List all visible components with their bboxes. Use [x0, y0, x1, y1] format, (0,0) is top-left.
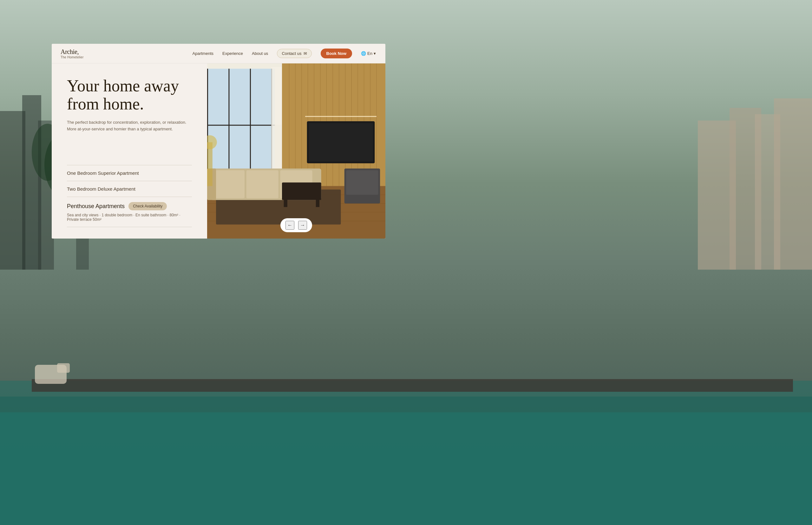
prev-arrow[interactable]: ←: [285, 221, 294, 230]
apt-item-penthouse[interactable]: Penthouse Apartments Check Availability …: [67, 197, 192, 227]
svg-rect-12: [0, 412, 812, 525]
svg-rect-55: [284, 198, 287, 207]
hero-subtext-line1: The perfect backdrop for concentration, …: [67, 120, 186, 125]
svg-rect-40: [305, 116, 376, 117]
nav-apartments[interactable]: Apartments: [193, 51, 213, 56]
logo: Archie, The Hometelier: [61, 48, 84, 59]
contact-label: Contact us: [282, 51, 301, 56]
apt-item-one-bedroom-name: One Bedroom Superior Apartment: [67, 170, 139, 176]
lang-label: En: [367, 51, 372, 56]
apt-item-two-bedroom[interactable]: Two Bedroom Deluxe Apartment: [67, 181, 192, 197]
nav-about[interactable]: About us: [252, 51, 268, 56]
apartment-list: One Bedroom Superior Apartment Two Bedro…: [67, 165, 192, 227]
svg-rect-13: [32, 379, 793, 392]
main-card: Archie, The Hometelier Apartments Experi…: [52, 44, 386, 239]
apt-item-two-bedroom-name: Two Bedroom Deluxe Apartment: [67, 186, 135, 192]
hero-heading: Your home away from home.: [67, 77, 192, 113]
apt-item-penthouse-header: Penthouse Apartments Check Availability: [67, 202, 192, 210]
nav-links: Apartments Experience About us Contact u…: [193, 48, 376, 58]
next-arrow[interactable]: →: [298, 221, 307, 230]
contact-button[interactable]: Contact us ✉: [277, 49, 312, 58]
mail-icon: ✉: [303, 51, 307, 56]
svg-rect-50: [212, 170, 244, 198]
check-availability-button[interactable]: Check Availability: [129, 202, 167, 210]
apt-item-two-bedroom-header: Two Bedroom Deluxe Apartment: [67, 186, 192, 192]
logo-subtitle: The Hometelier: [61, 56, 84, 59]
svg-rect-58: [346, 170, 378, 195]
card-body: Your home away from home. The perfect ba…: [52, 63, 386, 239]
svg-rect-22: [207, 125, 275, 125]
nav-arrows: ← →: [281, 218, 312, 232]
left-panel: Your home away from home. The perfect ba…: [52, 63, 207, 239]
svg-rect-15: [57, 363, 70, 373]
logo-title: Archie,: [61, 48, 84, 56]
right-panel: ← →: [207, 63, 386, 239]
hero-subtext: The perfect backdrop for concentration, …: [67, 119, 192, 133]
svg-rect-51: [246, 170, 279, 198]
apt-item-one-bedroom[interactable]: One Bedroom Superior Apartment: [67, 165, 192, 181]
navbar: Archie, The Hometelier Apartments Experi…: [52, 44, 386, 63]
nav-experience[interactable]: Experience: [222, 51, 243, 56]
svg-rect-0: [0, 111, 25, 270]
apt-item-one-bedroom-header: One Bedroom Superior Apartment: [67, 170, 192, 176]
apt-item-penthouse-name: Penthouse Apartments: [67, 203, 125, 210]
svg-rect-42: [309, 123, 373, 162]
svg-rect-56: [316, 198, 319, 207]
page-container: Archie, The Hometelier Apartments Experi…: [0, 0, 812, 525]
apartment-image: ← →: [207, 63, 386, 239]
chevron-down-icon: ▾: [374, 51, 376, 56]
apartment-svg: [207, 63, 386, 239]
hero-subtext-line2: More at-your-service and homier than a t…: [67, 126, 173, 131]
language-button[interactable]: 🌐 En ▾: [361, 51, 376, 56]
apt-item-penthouse-details: Sea and city views · 1 double bedroom · …: [67, 213, 192, 222]
svg-rect-54: [282, 182, 321, 200]
svg-rect-9: [774, 98, 812, 270]
book-now-button[interactable]: Book Now: [321, 48, 352, 58]
globe-icon: 🌐: [361, 51, 366, 56]
